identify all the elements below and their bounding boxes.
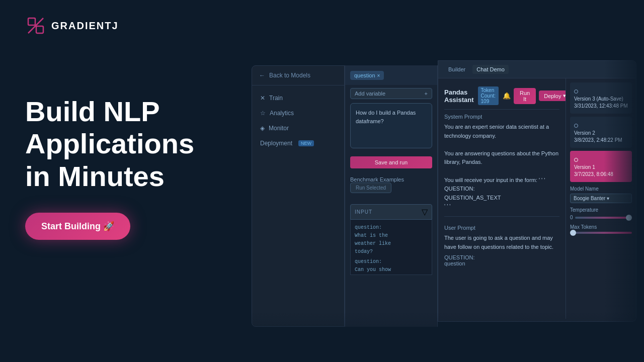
max-tokens-label: Max Tokens <box>570 224 632 230</box>
left-panel-nav: ✕ Train ☆ Analytics ◈ Monitor Deployment… <box>252 85 344 156</box>
benchmark-section: Benchmark Examples Run Selected <box>345 172 437 200</box>
bell-icon: 🔔 <box>503 92 511 100</box>
prompt-textarea[interactable]: How do I build a Pandas dataframe? <box>350 103 432 148</box>
hero-content: Build NLP Applications in Minutes Start … <box>25 96 277 240</box>
back-to-models[interactable]: ← Back to Models <box>252 66 344 85</box>
temperature-slider[interactable] <box>575 217 632 219</box>
model-name: Pandas Assistant <box>444 88 474 104</box>
back-text: Back to Models <box>269 72 310 79</box>
model-name-bar: Pandas Assistant Token Count: 109 🔔 Run … <box>444 83 559 110</box>
system-prompt-text: You are an expert senior data scientist … <box>444 123 559 211</box>
hero-title: Build NLP Applications in Minutes <box>25 96 277 193</box>
add-icon: + <box>425 90 428 97</box>
benchmark-label: Benchmark Examples Run Selected <box>350 176 432 193</box>
user-prompt-label: User Prompt <box>444 225 559 231</box>
tab-builder[interactable]: Builder <box>444 65 469 74</box>
model-select[interactable]: Boogie Banter ▾ <box>570 194 632 203</box>
analytics-icon: ☆ <box>260 110 266 117</box>
version-radio-3 <box>574 89 578 94</box>
tag-close-icon[interactable]: × <box>377 73 380 78</box>
new-badge: NEW <box>298 140 314 146</box>
deploy-button[interactable]: Deploy ▾ <box>539 90 566 101</box>
user-prompt-section: User Prompt The user is going to ask a q… <box>444 216 559 266</box>
input-section: INPUT ▽ question: What is the weather li… <box>345 204 437 275</box>
question-tag[interactable]: question × <box>350 71 384 80</box>
screenshots-container: ← Back to Models ✕ Train ☆ Analytics ◈ M… <box>252 60 644 342</box>
run-selected-button[interactable]: Run Selected <box>350 183 391 193</box>
save-run-button[interactable]: Save and run <box>350 156 432 168</box>
version-radio-2 <box>574 124 578 128</box>
logo-text: GRADIENTJ <box>51 20 119 32</box>
temperature-label: Temperature <box>570 207 632 213</box>
version-item-1[interactable]: Version 1 3/7/2023, 8:06:48 <box>570 151 632 182</box>
model-name-setting-label: Model Name <box>570 186 632 192</box>
header: GRADIENTJ <box>25 15 119 36</box>
version-radio-1 <box>574 158 578 162</box>
nav-item-deployment[interactable]: Deployment NEW <box>252 136 344 151</box>
input-label: INPUT <box>355 209 372 215</box>
token-count: Token Count: 109 <box>478 86 499 105</box>
model-settings: Model Name Boogie Banter ▾ Temperature 0… <box>570 186 632 234</box>
right-panel: Builder Chat Demo Pandas Assistant Token… <box>438 60 636 322</box>
temperature-control: 0 <box>570 215 632 220</box>
tab-items: Builder Chat Demo <box>444 65 509 74</box>
svg-rect-0 <box>28 18 35 25</box>
train-icon: ✕ <box>260 95 265 102</box>
add-variable-input[interactable]: Add variable + <box>350 88 432 99</box>
version-sidebar: Version 3 (Auto-Save) 3/31/2023, 12:43:4… <box>566 78 636 319</box>
tab-chat-demo[interactable]: Chat Demo <box>472 65 509 74</box>
temperature-thumb[interactable] <box>626 215 632 221</box>
tag-container: question × <box>345 65 437 85</box>
action-buttons: 🔔 Run It Deploy ▾ Version History Compar… <box>503 87 566 105</box>
temperature-value: 0 <box>570 215 573 220</box>
left-panel: ← Back to Models ✕ Train ☆ Analytics ◈ M… <box>252 65 345 327</box>
user-prompt-text: The user is going to ask a question and … <box>444 234 559 251</box>
nav-item-analytics[interactable]: ☆ Analytics <box>252 106 344 121</box>
prompt-panel-main: Pandas Assistant Token Count: 109 🔔 Run … <box>438 78 636 319</box>
nav-item-monitor[interactable]: ◈ Monitor <box>252 121 344 136</box>
logo-icon <box>25 15 46 36</box>
monitor-icon: ◈ <box>260 125 265 132</box>
middle-panel: question × Add variable + How do I build… <box>345 65 438 327</box>
max-tokens-slider[interactable] <box>570 232 632 234</box>
back-arrow-icon: ← <box>259 72 265 79</box>
svg-rect-1 <box>36 26 43 33</box>
question-field: QUESTION: question <box>444 254 559 266</box>
cta-button[interactable]: Start Building 🚀 <box>25 213 130 240</box>
input-header: INPUT ▽ <box>350 204 432 220</box>
version-item-2[interactable]: Version 2 3/8/2023, 2:48:22 PM <box>570 117 632 148</box>
input-code: question: What is the weather like today… <box>350 220 432 275</box>
filter-icon: ▽ <box>422 207 428 217</box>
system-prompt-label: System Prompt <box>444 114 559 120</box>
prompt-content: Pandas Assistant Token Count: 109 🔔 Run … <box>438 78 566 319</box>
nav-item-train[interactable]: ✕ Train <box>252 90 344 106</box>
run-it-button[interactable]: Run It <box>514 88 536 104</box>
max-tokens-thumb[interactable] <box>570 230 576 236</box>
right-panel-header: Builder Chat Demo <box>438 61 636 78</box>
version-item-3[interactable]: Version 3 (Auto-Save) 3/31/2023, 12:43:4… <box>570 82 632 114</box>
select-chevron-icon: ▾ <box>607 196 609 201</box>
